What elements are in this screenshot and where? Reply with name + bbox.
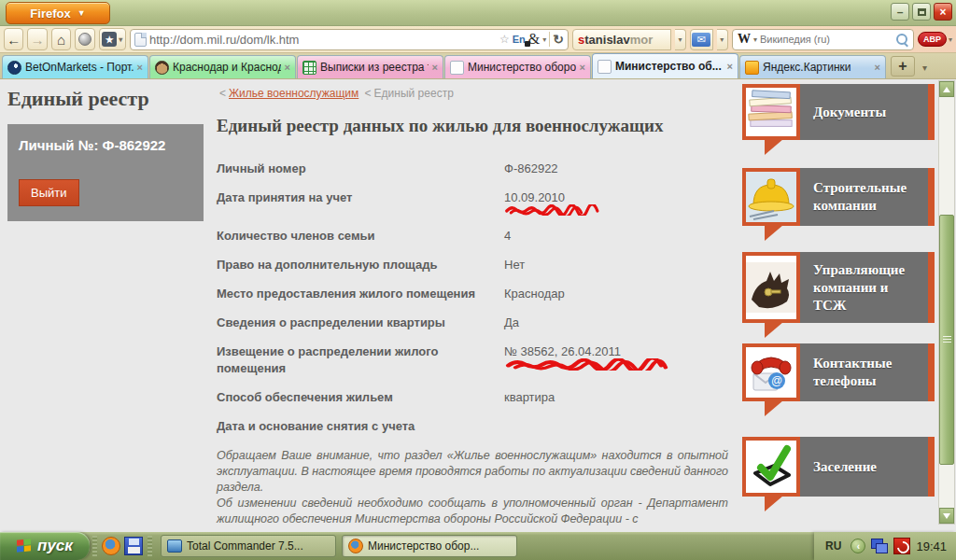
search-engine-dropdown[interactable]: ▾ [753,35,757,44]
web-search-bar[interactable]: W ▾ [732,29,914,50]
total-commander-icon [167,539,182,553]
scrollbar-thumb[interactable] [939,215,954,465]
list-all-tabs-button[interactable]: ▾ [922,63,927,73]
session-button[interactable] [75,28,94,50]
menu-item-documents[interactable]: Документы [742,84,935,140]
scroll-down-button[interactable] [939,508,954,524]
construction-image [742,168,800,226]
page-favicon-icon [598,60,612,74]
hide-tray-icons-button[interactable]: ‹ [851,539,865,553]
close-tab-icon[interactable]: × [137,62,143,73]
reload-button[interactable]: ↻ [553,33,564,46]
translate-en-icon[interactable]: En [513,35,526,45]
field-label: Место предоставления жилого помещения [217,286,504,302]
bookmark-star-icon: ★ [102,32,117,47]
home-icon: ⌂ [57,32,65,48]
field-label: Право на дополнительную площадь [217,257,504,273]
firefox-icon [348,539,363,553]
main-content: <Жилье военнослужащим <Единый реестр Еди… [217,87,736,525]
search-icon[interactable] [895,33,908,46]
page-title: Единый реестр данных по жилью для военно… [217,116,736,136]
new-tab-button[interactable]: + [891,56,915,77]
menu-item-construction[interactable]: Строительные компании [742,168,935,226]
breadcrumb-separator: < [219,87,226,100]
tab-label: Выписки из реестра т... [320,61,429,74]
windows-logo-icon [17,539,32,553]
mail-icon: ✉ [692,33,710,47]
start-label: пуск [37,537,73,555]
menu-item-move-in[interactable]: Заселение [742,437,935,497]
right-menu: Документы Строительные компании Управляю… [742,84,935,525]
chevron-down-icon: ▾ [720,35,724,44]
close-button[interactable]: × [934,3,952,21]
field-value: Нет [504,257,736,273]
field-label: Способ обеспечения жильем [217,389,504,406]
scrollbar-grip-icon [943,336,951,343]
close-tab-icon[interactable]: × [580,62,585,73]
tab-vypiski[interactable]: Выписки из реестра т... × [297,55,443,78]
forward-button[interactable]: → [27,28,47,50]
close-tab-icon[interactable]: × [432,62,438,73]
bookmark-page-star-icon[interactable]: ☆ [499,34,510,45]
roboform-login-field[interactable]: stanislavmor [572,29,671,50]
breadcrumb-link-housing[interactable]: Жилье военнослужащим [229,87,358,100]
language-indicator[interactable]: RU [822,538,845,554]
bookmarks-menu-button[interactable]: ★ ▾ [99,28,126,50]
taskbar-item-total-commander[interactable]: Total Commander 7.5... [161,535,336,557]
personal-number: Личный №: Ф-862922 [19,137,192,153]
restore-button[interactable] [912,3,931,21]
menu-item-management[interactable]: Управляющие компании и ТСЖ [742,252,935,323]
close-tab-icon[interactable]: × [727,61,733,72]
start-button[interactable]: пуск [0,532,90,560]
tab-label: Яндекс.Картинки [763,61,871,74]
tab-yandex-images[interactable]: Яндекс.Картинки × [739,55,886,78]
search-input[interactable] [760,34,893,45]
close-tab-icon[interactable]: × [285,62,290,73]
chevron-down-icon[interactable]: ▾ [542,35,546,44]
menu-item-label: Заселение [800,458,884,476]
tab-label: Министерство оборо... [468,61,576,74]
back-button[interactable]: ← [4,28,23,50]
minimize-button[interactable]: – [891,3,909,21]
tab-betonmarkets[interactable]: BetOnMarkets - Порт... × [2,55,148,78]
field-row: Место предоставления жилого помещения Кр… [217,286,736,302]
scroll-up-button[interactable] [939,81,954,97]
quick-launch-handle[interactable] [92,536,97,556]
system-tray: RU ‹ 19:41 [814,532,956,560]
save-quicklaunch-icon[interactable] [124,537,143,555]
mail-button[interactable]: ✉ [690,29,713,50]
menu-item-contacts[interactable]: @ Контактные телефоны [742,343,935,401]
url-input[interactable] [149,33,497,47]
roboform-text: s [578,33,584,47]
chevron-down-icon: ▼ [77,8,86,18]
tab-krasnodar[interactable]: Краснодар и Краснод... × [149,55,296,78]
window-controls: – × [891,3,952,21]
roboform-dropdown-button[interactable]: ▾ [675,29,686,50]
home-button[interactable]: ⌂ [51,28,71,50]
network-tray-icon[interactable] [871,539,888,553]
quick-launch-handle[interactable] [148,536,152,556]
firefox-menu-button[interactable]: Firefox ▼ [6,2,110,24]
location-bar[interactable]: ☆ En & ▾ ↻ [130,29,569,50]
logout-button[interactable]: Выйти [19,179,79,206]
close-tab-icon[interactable]: × [875,62,880,73]
documents-icon [746,88,796,136]
windows-taskbar: пуск Total Commander 7.5... Министерство… [0,532,956,560]
taskbar-item-firefox[interactable]: Министерство обор... [342,535,517,557]
field-row: Количество членов семьи 4 [217,228,736,245]
chevron-down-icon: ▾ [949,35,952,44]
left-sidebar: Единый реестр Личный №: Ф-862922 Выйти [7,87,204,221]
hand-keys-icon [746,256,796,319]
adblock-button[interactable]: ABP ▾ [918,32,952,47]
browser-viewport: Единый реестр Личный №: Ф-862922 Выйти <… [0,79,956,525]
tab-label: BetOnMarkets - Порт... [25,61,134,74]
field-row: Дата принятия на учет 10.09.2010 [217,189,736,216]
page-scrollbar[interactable] [938,80,955,525]
mail-dropdown-button[interactable]: ▾ [717,29,728,50]
firefox-quicklaunch-icon[interactable] [102,537,120,555]
app-tray-icon[interactable] [893,538,910,554]
speech-tail-icon [765,139,783,155]
menu-item-label: Контактные телефоны [800,355,928,390]
tab-ministerstvo-active[interactable]: Министерство об... × [592,53,738,78]
tab-ministerstvo-1[interactable]: Министерство оборо... × [444,55,591,78]
